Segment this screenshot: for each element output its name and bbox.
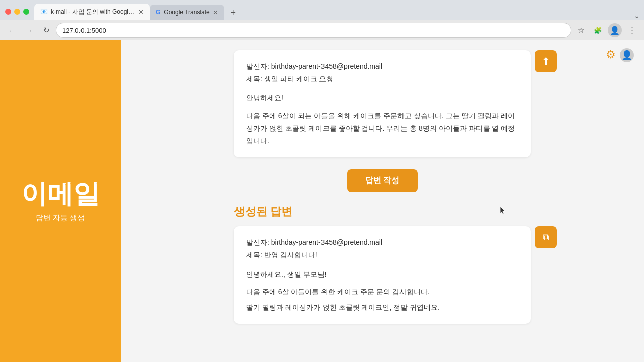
back-button[interactable]: ←: [5, 23, 19, 37]
tab-2-title: Google Translate: [164, 9, 209, 16]
gen-subject-label: 제목:: [246, 251, 262, 259]
email-greeting: 안녕하세요!: [246, 92, 519, 104]
gen-body1: 다음 주에 6살 아들이를 위한 케이크 주문 문의 감사합니다.: [246, 286, 519, 298]
generated-meta: 발신자: birthday-parent-3458@pretend.mail 제…: [246, 236, 519, 261]
generated-card: 발신자: birthday-parent-3458@pretend.mail 제…: [234, 226, 531, 324]
maximize-window-button[interactable]: [23, 9, 29, 15]
generated-body: 안녕하세요., 생일 부모님! 다음 주에 6살 아들이를 위한 케이크 주문 …: [246, 268, 519, 314]
subject-value: 생일 파티 케이크 요청: [264, 75, 334, 83]
sender-label: 발신자:: [246, 62, 269, 70]
app-layout: 이메일 답변 자동 생성 ⚙ 👤 발신자: birthday-parent-34…: [0, 40, 644, 362]
gen-sender-label: 발신자:: [246, 238, 269, 246]
tab-bar: 📧 k-mail - 사업 문의 with Google... ✕ G Goog…: [0, 0, 644, 20]
main-wrapper: 발신자: birthday-parent-3458@pretend.mail 제…: [121, 40, 644, 324]
tab-2[interactable]: G Google Translate ✕: [150, 5, 224, 20]
generated-section-title: 생성된 답변: [234, 204, 531, 219]
top-right-icons: ⚙ 👤: [606, 48, 634, 62]
email-card: 발신자: birthday-parent-3458@pretend.mail 제…: [234, 50, 531, 157]
extensions-button[interactable]: 🧩: [591, 23, 605, 37]
tab-2-favicon: G: [156, 9, 160, 16]
gen-sender-value: birthday-parent-3458@pretend.mail: [271, 238, 382, 246]
email-card-wrapper: 발신자: birthday-parent-3458@pretend.mail 제…: [234, 50, 531, 157]
upload-icon: ⬆: [542, 55, 550, 67]
address-bar[interactable]: 127.0.0.1:5000: [56, 23, 571, 37]
user-icon[interactable]: 👤: [620, 48, 634, 62]
address-text: 127.0.0.1:5000: [62, 27, 565, 34]
gen-subject-value: 반영 감사합니다!: [264, 251, 317, 259]
gen-greeting: 안녕하세요., 생일 부모님!: [246, 268, 519, 281]
settings-icon[interactable]: ⚙: [606, 48, 616, 62]
generated-card-wrapper: 발신자: birthday-parent-3458@pretend.mail 제…: [234, 226, 531, 324]
tab-bar-menu[interactable]: ⌄: [634, 12, 640, 20]
sidebar: 이메일 답변 자동 생성: [0, 40, 121, 362]
bookmark-button[interactable]: ☆: [574, 23, 588, 37]
refresh-button[interactable]: ↻: [39, 23, 53, 37]
reply-button[interactable]: 답변 작성: [347, 169, 418, 192]
tab-1-title: k-mail - 사업 문의 with Google...: [51, 8, 135, 16]
email-text: 다음 주에 6살이 되는 아들을 위해 케이크를 주문하고 싶습니다. 그는 딸…: [246, 110, 519, 148]
browser-chrome: 📧 k-mail - 사업 문의 with Google... ✕ G Goog…: [0, 0, 644, 40]
main-content: ⚙ 👤 발신자: birthday-parent-3458@pretend.ma…: [121, 40, 644, 362]
tab-1-favicon: 📧: [40, 8, 48, 15]
tabs-area: 📧 k-mail - 사업 문의 with Google... ✕ G Goog…: [34, 4, 644, 20]
generated-section-title-wrapper: 생성된 답변: [234, 204, 531, 219]
email-body: 안녕하세요! 다음 주에 6살이 되는 아들을 위해 케이크를 주문하고 싶습니…: [246, 92, 519, 147]
email-meta: 발신자: birthday-parent-3458@pretend.mail 제…: [246, 60, 519, 85]
tab-2-close[interactable]: ✕: [213, 9, 218, 16]
minimize-window-button[interactable]: [14, 9, 20, 15]
sidebar-subtitle: 답변 자동 생성: [36, 213, 85, 223]
sidebar-title: 이메일: [21, 179, 100, 208]
forward-button[interactable]: →: [22, 23, 36, 37]
gen-body2: 딸기 필링과 레이싱카가 얹힌 초콜릿 케이크인, 정말 귀엽네요.: [246, 301, 519, 314]
profile-button[interactable]: 👤: [608, 23, 622, 37]
browser-menu-button[interactable]: ⋮: [625, 23, 639, 37]
window-controls: [0, 9, 34, 15]
subject-label: 제목:: [246, 75, 262, 83]
close-window-button[interactable]: [5, 9, 11, 15]
upload-button[interactable]: ⬆: [535, 50, 557, 72]
address-bar-row: ← → ↻ 127.0.0.1:5000 ☆ 🧩 👤 ⋮: [0, 20, 644, 40]
new-tab-button[interactable]: +: [226, 6, 240, 20]
tab-1[interactable]: 📧 k-mail - 사업 문의 with Google... ✕: [34, 4, 150, 20]
tab-1-close[interactable]: ✕: [138, 8, 144, 16]
copy-button[interactable]: ⧉: [535, 226, 557, 248]
sender-value: birthday-parent-3458@pretend.mail: [271, 62, 382, 70]
copy-icon: ⧉: [543, 232, 549, 243]
